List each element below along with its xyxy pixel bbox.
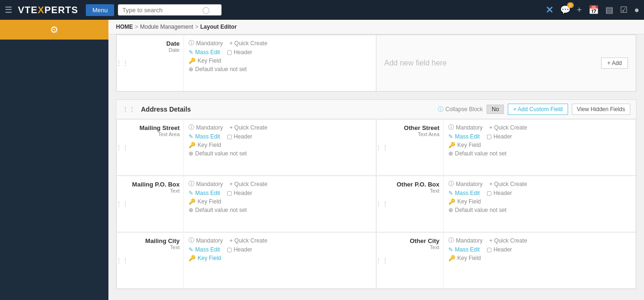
address-details-section: ⋮⋮ Address Details ⓘ Collapse Block No +… <box>116 99 636 289</box>
field-cell-other-city: ⋮⋮ Other City Text ⓘMandatory + Quick Cr… <box>376 232 636 289</box>
drag-handle-date[interactable]: ⋮⋮ <box>117 35 127 91</box>
header-opt-ms[interactable]: ▢Header <box>227 133 252 140</box>
header-opt-opb[interactable]: ▢Header <box>487 190 512 196</box>
quick-create-opt-mc[interactable]: + Quick Create <box>230 237 267 244</box>
drag-handle-mailing-po-box[interactable]: ⋮⋮ <box>117 176 127 232</box>
field-label-date: Date Date <box>127 35 184 91</box>
opt-row4-ms: ⊕Default value not set <box>189 150 371 157</box>
default-value-option-date[interactable]: ⊕ Default value not set <box>189 66 247 73</box>
quick-create-opt-oc[interactable]: + Quick Create <box>489 237 527 244</box>
default-opt-ms[interactable]: ⊕Default value not set <box>189 150 247 157</box>
field-cell-mailing-street: ⋮⋮ Mailing Street Text Area ⓘMandatory +… <box>116 119 376 176</box>
quick-create-opt-opb[interactable]: + Quick Create <box>489 181 527 187</box>
toggle-no-button[interactable]: No <box>487 105 504 114</box>
key-field-option-date[interactable]: 🔑 Key Field <box>189 57 221 64</box>
header-opt-mc[interactable]: ▢Header <box>227 246 252 253</box>
field-label-other-po-box: Other P.O. Box Text <box>387 176 444 232</box>
opt-row3-ms: 🔑Key Field <box>189 142 371 148</box>
calendar-icon[interactable]: 📅 <box>588 5 599 15</box>
default-opt-mpb[interactable]: ⊕Default value not set <box>189 207 247 213</box>
breadcrumb-home[interactable]: HOME <box>116 24 133 30</box>
drag-handle-other-city[interactable]: ⋮⋮ <box>377 233 387 288</box>
breadcrumb-sep1: > <box>135 24 138 30</box>
breadcrumb-module-mgmt[interactable]: Module Management <box>140 24 193 30</box>
header-label-date: Header <box>234 49 252 56</box>
opt-row2-ms: ✎Mass Edit ▢Header <box>189 133 371 140</box>
default-opt-opb[interactable]: ⊕Default value not set <box>448 207 506 213</box>
user-icon[interactable]: ● <box>634 5 639 15</box>
header-option-date[interactable]: ▢ Header <box>227 49 252 56</box>
field-type-mailing-po-box: Text <box>170 188 180 194</box>
option-row-3-date: 🔑 Key Field <box>189 57 371 64</box>
mandatory-opt-mpb[interactable]: ⓘMandatory <box>189 180 223 188</box>
mass-edit-opt-opb[interactable]: ✎Mass Edit <box>448 190 480 196</box>
quick-create-opt-ms[interactable]: + Quick Create <box>230 124 267 131</box>
search-clear-icon[interactable]: ◯ <box>202 6 210 14</box>
mandatory-option-date[interactable]: ⓘ Mandatory <box>189 39 223 47</box>
field-label-other-street: Other Street Text Area <box>387 120 444 175</box>
field-options-mailing-po-box: ⓘMandatory + Quick Create ✎Mass Edit ▢He… <box>184 176 376 232</box>
field-name-mailing-po-box: Mailing P.O. Box <box>132 181 180 188</box>
key-field-opt-opb[interactable]: 🔑Key Field <box>448 198 481 205</box>
chart-icon[interactable]: ▤ <box>605 5 613 15</box>
mass-edit-opt-oc[interactable]: ✎Mass Edit <box>448 246 480 253</box>
add-custom-field-button[interactable]: + Add Custom Field <box>508 104 568 115</box>
mandatory-opt-os[interactable]: ⓘMandatory <box>448 123 483 131</box>
drag-handle-mailing-street[interactable]: ⋮⋮ <box>117 120 127 175</box>
opt-row1-ms: ⓘMandatory + Quick Create <box>189 123 371 131</box>
header-icon-date: ▢ <box>227 49 232 56</box>
add-field-button[interactable]: + Add <box>601 57 628 69</box>
gear-icon[interactable]: ⚙ <box>50 24 58 35</box>
breadcrumb-sep2: > <box>195 24 198 30</box>
mandatory-opt-oc[interactable]: ⓘMandatory <box>448 236 483 244</box>
field-name-other-po-box: Other P.O. Box <box>396 181 439 188</box>
field-options-other-street: ⓘMandatory + Quick Create ✎Mass Edit ▢He… <box>444 120 636 175</box>
plus-icon[interactable]: + <box>577 5 582 15</box>
field-type-mailing-city: Text <box>170 244 180 250</box>
key-field-opt-mc[interactable]: 🔑Key Field <box>189 255 221 261</box>
key-field-opt-os[interactable]: 🔑Key Field <box>448 142 481 148</box>
key-icon-date: 🔑 <box>189 57 196 64</box>
section-title-address: Address Details <box>141 105 434 113</box>
quick-create-opt-mpb[interactable]: + Quick Create <box>230 181 267 187</box>
drag-handle-other-po-box[interactable]: ⋮⋮ <box>377 176 387 232</box>
key-field-opt-oc[interactable]: 🔑Key Field <box>448 255 481 261</box>
mass-edit-opt-mc[interactable]: ✎Mass Edit <box>189 246 220 253</box>
mandatory-opt-mc[interactable]: ⓘMandatory <box>189 236 223 244</box>
option-row-1-date: ⓘ Mandatory + Quick Create <box>189 39 371 47</box>
header-opt-oc[interactable]: ▢Header <box>487 246 512 253</box>
option-row-2-date: ✎ Mass Edit ▢ Header <box>189 49 371 56</box>
search-input[interactable] <box>122 7 202 14</box>
field-name-other-city: Other City <box>410 237 439 244</box>
drag-handle-other-street[interactable]: ⋮⋮ <box>377 120 387 175</box>
header-opt-mpb[interactable]: ▢Header <box>227 190 252 196</box>
default-opt-os[interactable]: ⊕Default value not set <box>448 150 506 157</box>
quick-create-option-date[interactable]: + Quick Create <box>230 40 267 47</box>
checkbox-icon[interactable]: ☑ <box>620 5 627 15</box>
field-label-mailing-street: Mailing Street Text Area <box>127 120 184 175</box>
search-bar: ◯ <box>118 4 222 16</box>
mass-edit-opt-ms[interactable]: ✎Mass Edit <box>189 133 220 140</box>
nav-icons: ✕ 💬0 + 📅 ▤ ☑ ● <box>545 4 639 16</box>
mandatory-label-date: Mandatory <box>196 40 223 47</box>
collapse-label: Collapse Block <box>446 106 483 113</box>
notifications-icon[interactable]: 💬0 <box>560 5 570 15</box>
mass-edit-option-date[interactable]: ✎ Mass Edit <box>189 49 220 56</box>
add-field-text: Add new field here <box>384 59 447 67</box>
mass-edit-opt-mpb[interactable]: ✎Mass Edit <box>189 190 220 196</box>
key-field-opt-ms[interactable]: 🔑Key Field <box>189 142 221 148</box>
app-logo: VTEXPERTS <box>18 5 78 16</box>
hamburger-icon[interactable]: ☰ <box>5 5 12 15</box>
section-drag-icon[interactable]: ⋮⋮ <box>122 105 135 113</box>
mandatory-opt-opb[interactable]: ⓘMandatory <box>448 180 483 188</box>
vtiger-icon[interactable]: ✕ <box>545 4 553 16</box>
header-opt-os[interactable]: ▢Header <box>487 133 512 140</box>
view-hidden-fields-button[interactable]: View Hidden Fields <box>572 104 631 115</box>
menu-button[interactable]: Menu <box>86 4 115 16</box>
mandatory-opt-ms[interactable]: ⓘMandatory <box>189 123 223 131</box>
drag-handle-mailing-city[interactable]: ⋮⋮ <box>117 233 127 288</box>
field-cell-date: ⋮⋮ Date Date ⓘ Mandatory <box>116 35 376 91</box>
quick-create-opt-os[interactable]: + Quick Create <box>489 124 527 131</box>
mass-edit-opt-os[interactable]: ✎Mass Edit <box>448 133 480 140</box>
key-field-opt-mpb[interactable]: 🔑Key Field <box>189 198 221 205</box>
